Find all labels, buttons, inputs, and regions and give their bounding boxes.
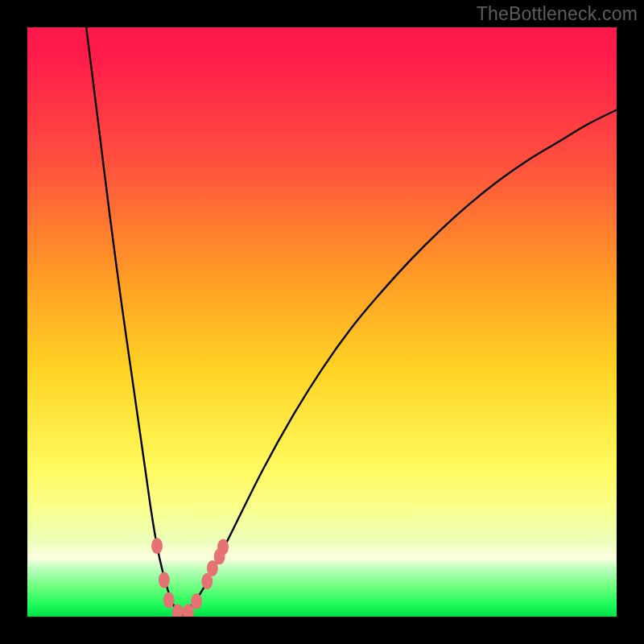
curve-right-branch	[180, 109, 617, 617]
data-marker	[159, 572, 170, 588]
data-marker	[217, 539, 229, 555]
data-marker	[163, 592, 175, 609]
data-marker	[191, 593, 202, 609]
curve-left-branch	[86, 27, 180, 617]
data-marker	[172, 604, 184, 620]
bottleneck-curve	[0, 0, 644, 644]
watermark-text: TheBottleneck.com	[477, 3, 638, 25]
chart-frame: TheBottleneck.com	[0, 0, 644, 644]
data-marker	[151, 538, 163, 554]
